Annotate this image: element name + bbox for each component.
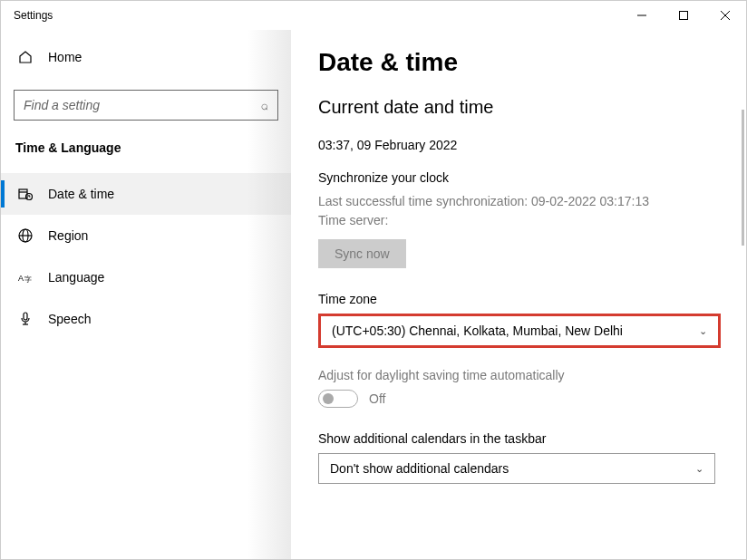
main-content: Date & time Current date and time 03:37,… — [291, 30, 746, 559]
toggle-knob — [323, 393, 334, 404]
home-label: Home — [48, 50, 82, 64]
timezone-value: (UTC+05:30) Chennai, Kolkata, Mumbai, Ne… — [332, 323, 623, 338]
last-sync-text: Last successful time synchronization: 09… — [318, 192, 719, 211]
sidebar-item-home[interactable]: Home — [1, 39, 291, 75]
search-input[interactable]: ⌕ — [14, 90, 278, 121]
nav-label: Region — [48, 228, 88, 243]
dst-label: Adjust for daylight saving time automati… — [318, 368, 719, 382]
page-title: Date & time — [318, 48, 719, 77]
sidebar-item-speech[interactable]: Speech — [1, 298, 291, 340]
svg-rect-14 — [24, 313, 27, 320]
sidebar: Home ⌕ Time & Language Date & time Regio… — [1, 30, 291, 559]
chevron-down-icon: ⌄ — [695, 463, 703, 475]
search-field[interactable] — [24, 98, 261, 112]
timezone-dropdown[interactable]: (UTC+05:30) Chennai, Kolkata, Mumbai, Ne… — [318, 314, 721, 348]
sync-now-button[interactable]: Sync now — [318, 239, 406, 268]
language-icon: A字 — [17, 269, 34, 285]
scrollbar[interactable] — [742, 110, 744, 246]
sidebar-item-language[interactable]: A字 Language — [1, 256, 291, 298]
window-title: Settings — [14, 9, 53, 22]
additional-calendars-value: Don't show additional calendars — [330, 461, 509, 476]
nav-label: Language — [48, 270, 104, 285]
sidebar-item-region[interactable]: Region — [1, 215, 291, 256]
current-datetime-heading: Current date and time — [318, 97, 719, 118]
minimize-button[interactable] — [621, 1, 663, 30]
chevron-down-icon: ⌄ — [699, 325, 707, 337]
microphone-icon — [17, 311, 34, 327]
maximize-button[interactable] — [663, 1, 704, 30]
window-controls — [621, 1, 746, 30]
svg-rect-1 — [680, 12, 688, 20]
dst-toggle[interactable] — [318, 390, 358, 408]
current-datetime-value: 03:37, 09 February 2022 — [318, 138, 719, 152]
svg-text:字: 字 — [24, 275, 32, 284]
search-icon: ⌕ — [261, 98, 268, 112]
section-heading: Time & Language — [1, 140, 291, 155]
sync-clock-label: Synchronize your clock — [318, 170, 719, 185]
additional-calendars-label: Show additional calendars in the taskbar — [318, 431, 719, 446]
calendar-clock-icon — [17, 186, 34, 202]
home-icon — [17, 49, 34, 65]
timezone-label: Time zone — [318, 292, 719, 306]
additional-calendars-dropdown[interactable]: Don't show additional calendars ⌄ — [318, 453, 715, 484]
nav-label: Date & time — [48, 187, 114, 201]
dst-state: Off — [369, 391, 385, 406]
svg-text:A: A — [18, 274, 24, 283]
titlebar: Settings — [1, 1, 746, 30]
sidebar-item-date-time[interactable]: Date & time — [1, 173, 291, 215]
globe-icon — [17, 227, 34, 244]
close-button[interactable] — [704, 1, 746, 30]
dst-toggle-row: Off — [318, 390, 719, 408]
time-server-text: Time server: — [318, 211, 719, 230]
nav-label: Speech — [48, 312, 91, 326]
